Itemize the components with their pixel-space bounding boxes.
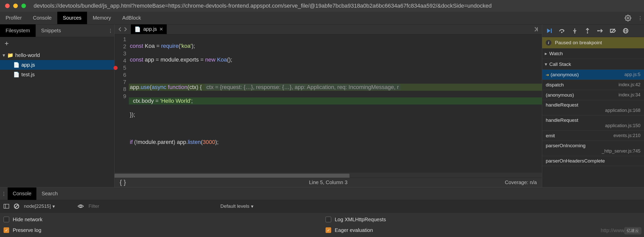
step-over-icon[interactable]	[558, 27, 566, 34]
step-out-icon[interactable]	[584, 27, 591, 34]
watch-section-header[interactable]: ▸ Watch	[542, 48, 644, 59]
debugger-pane: i Paused on breakpoint ▸ Watch ▾ Call St…	[542, 24, 644, 187]
maximize-window-button[interactable]	[21, 4, 26, 8]
navigator-sidebar: Filesystem Snippets ⋮ + ▾ 📁 hello-world …	[0, 24, 115, 187]
frame-location: _http_server.js:745	[546, 149, 640, 154]
checkbox-icon[interactable]	[4, 217, 9, 222]
step-into-icon[interactable]	[571, 27, 578, 34]
folder-row[interactable]: ▾ 📁 hello-world	[0, 50, 114, 60]
sidebar-more-icon[interactable]: ⋮	[107, 24, 114, 37]
live-expression-icon[interactable]	[77, 204, 84, 209]
editor-tab-appjs[interactable]: 📄 app.js ✕	[131, 24, 167, 34]
hide-network-option[interactable]: Hide network	[4, 214, 318, 225]
sidebar-tab-filesystem[interactable]: Filesystem	[0, 24, 36, 37]
pretty-print-icon[interactable]: { }	[120, 179, 126, 186]
code-content[interactable]: const Koa = require('koa'); const app = …	[129, 34, 542, 173]
stack-frame[interactable]: handleRequest application.js:150	[542, 115, 644, 131]
sidebar-tab-snippets[interactable]: Snippets	[36, 24, 67, 37]
corner-logo: 亿速云	[624, 227, 641, 234]
frame-name: dispatch	[546, 82, 564, 88]
editor-statusbar: { } Line 5, Column 3 Coverage: n/a	[115, 178, 542, 187]
svg-point-18	[80, 205, 81, 207]
stack-frame[interactable]: dispatch index.js:42	[542, 80, 644, 90]
pause-exceptions-icon[interactable]	[622, 27, 629, 34]
tab-profiler[interactable]: Profiler	[0, 12, 27, 24]
option-label: Hide network	[13, 217, 43, 223]
checkbox-icon[interactable]: ✓	[326, 227, 331, 233]
eager-eval-option[interactable]: ✓ Eager evaluation	[326, 225, 640, 235]
preserve-log-option[interactable]: ✓ Preserve log	[4, 225, 318, 235]
deactivate-breakpoints-icon[interactable]	[609, 27, 617, 34]
stack-frame[interactable]: emit events.js:210	[542, 131, 644, 141]
line-gutter[interactable]: 1 2 3 4 5 6 7 8 9	[115, 34, 129, 173]
checkbox-icon[interactable]	[326, 217, 331, 222]
svg-point-11	[623, 28, 628, 33]
tab-console[interactable]: Console	[27, 12, 57, 24]
chevron-down-icon: ▾	[545, 61, 549, 67]
stack-frame[interactable]: (anonymous) index.js:34	[542, 90, 644, 100]
file-label: test.js	[21, 72, 35, 78]
folder-icon: 📁	[7, 52, 13, 58]
frame-location: application.js:168	[546, 108, 640, 113]
step-icon[interactable]	[597, 27, 604, 34]
folder-label: hello-world	[15, 52, 40, 58]
settings-icon[interactable]	[620, 12, 636, 24]
log-levels-selector[interactable]: Default levels ▾	[220, 203, 254, 209]
option-label: Log XMLHttpRequests	[335, 217, 386, 223]
breakpoint-marker[interactable]: 5	[115, 64, 129, 71]
watch-label: Watch	[549, 51, 563, 56]
drawer-tab-console[interactable]: Console	[8, 187, 36, 200]
tab-sources[interactable]: Sources	[57, 12, 87, 24]
file-row-appjs[interactable]: 📄 app.js	[0, 60, 114, 70]
tab-memory[interactable]: Memory	[87, 12, 117, 24]
stack-frame[interactable]: parserOnHeadersComplete	[542, 156, 644, 166]
drawer-menu-icon[interactable]: ⋮	[0, 187, 8, 200]
chevron-right-icon: ▸	[545, 51, 549, 56]
frame-location: index.js:34	[619, 92, 640, 98]
filter-input[interactable]	[89, 203, 216, 209]
option-label: Preserve log	[13, 227, 41, 233]
chevron-down-icon: ▾	[251, 203, 254, 209]
nav-back-icon[interactable]	[118, 27, 122, 32]
svg-point-5	[574, 32, 576, 33]
frame-location: app.js:5	[624, 72, 640, 77]
frame-location: index.js:42	[619, 82, 640, 87]
frame-location: application.js:150	[546, 123, 640, 128]
context-selector[interactable]: node[22515] ▾	[24, 203, 73, 209]
svg-point-7	[587, 32, 588, 33]
close-window-button[interactable]	[5, 4, 10, 8]
minimize-window-button[interactable]	[13, 4, 18, 8]
stack-frame[interactable]: handleRequest application.js:168	[542, 100, 644, 115]
stack-frame[interactable]: parserOnIncoming _http_server.js:745	[542, 141, 644, 156]
file-row-testjs[interactable]: 📄 test.js	[0, 70, 114, 79]
file-label: app.js	[21, 62, 35, 68]
code-editor[interactable]: 1 2 3 4 5 6 7 8 9 const Koa = require('k…	[115, 34, 542, 173]
svg-point-3	[561, 32, 562, 33]
add-folder-icon[interactable]: +	[5, 39, 9, 48]
log-xhr-option[interactable]: Log XMLHttpRequests	[326, 214, 640, 225]
panel-tabs: Profiler Console Sources Memory AdBlock …	[0, 12, 644, 24]
resume-icon[interactable]	[546, 27, 553, 34]
frame-name: (anonymous)	[551, 72, 579, 77]
svg-point-9	[597, 30, 598, 31]
toggle-sidebar-icon[interactable]	[4, 204, 9, 209]
clear-console-icon[interactable]	[14, 203, 19, 209]
nav-fwd-icon[interactable]	[123, 27, 128, 32]
file-icon: 📄	[134, 26, 141, 32]
cursor-position: Line 5, Column 3	[309, 180, 347, 185]
drawer-tab-search[interactable]: Search	[36, 187, 63, 200]
svg-point-0	[627, 17, 629, 19]
svg-rect-14	[4, 204, 9, 208]
close-icon[interactable]: ✕	[159, 26, 163, 32]
checkbox-icon[interactable]: ✓	[4, 227, 9, 233]
levels-label: Default levels	[220, 203, 249, 209]
editor-tab-label: app.js	[143, 26, 157, 32]
tab-adblock[interactable]: AdBlock	[117, 12, 146, 24]
file-icon: 📄	[13, 62, 19, 68]
show-navigator-icon[interactable]	[530, 24, 542, 34]
callstack-section-header[interactable]: ▾ Call Stack	[542, 59, 644, 70]
more-menu-icon[interactable]: ⋮	[636, 12, 644, 24]
frame-name: handleRequest	[546, 117, 640, 123]
stack-frame[interactable]: ➔(anonymous) app.js:5	[542, 70, 644, 80]
horizontal-scrollbar[interactable]	[115, 173, 542, 178]
